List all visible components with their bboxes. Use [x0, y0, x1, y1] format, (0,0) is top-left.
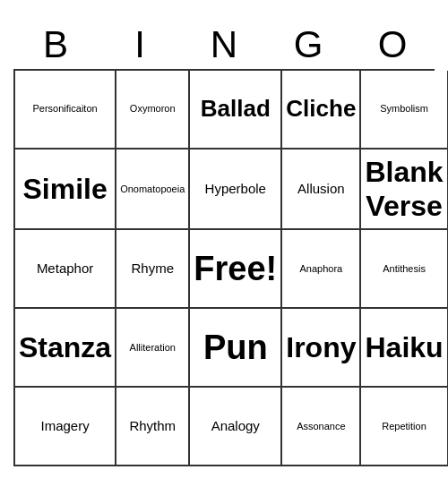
cell-0-1: Oxymoron [116, 71, 190, 150]
cell-text: Haiku [365, 330, 443, 364]
cell-text: Repetition [382, 421, 426, 432]
cell-1-3: Allusion [282, 150, 361, 231]
cell-1-0: Simile [15, 150, 116, 231]
header-letter: G [266, 21, 350, 69]
cell-text: Simile [22, 172, 107, 206]
cell-text: Rhythm [129, 418, 176, 434]
cell-2-1: Rhyme [116, 230, 190, 309]
cell-2-0: Metaphor [15, 230, 116, 309]
cell-3-0: Stanza [15, 309, 116, 388]
cell-text: Assonance [297, 421, 345, 432]
bingo-grid: PersonificaitonOxymoronBalladClicheSymbo… [13, 69, 435, 467]
cell-text: Pun [203, 328, 268, 369]
header-letter: N [182, 21, 266, 69]
cell-text: Stanza [19, 330, 111, 364]
cell-text: BlankVerse [365, 155, 443, 224]
cell-0-3: Cliche [282, 71, 361, 150]
cell-text: Free! [194, 249, 277, 290]
cell-text: Irony [286, 330, 356, 364]
cell-2-4: Antithesis [361, 230, 448, 309]
cell-text: Onomatopoeia [120, 184, 185, 195]
cell-text: Analogy [211, 418, 260, 434]
cell-text: Rhyme [131, 261, 174, 277]
cell-4-2: Analogy [190, 388, 282, 466]
cell-0-0: Personificaiton [15, 71, 116, 150]
cell-text: Metaphor [37, 261, 93, 277]
cell-1-4: BlankVerse [361, 150, 448, 231]
cell-text: Anaphora [299, 263, 342, 275]
cell-4-3: Assonance [282, 388, 361, 466]
cell-text: Imagery [40, 418, 89, 434]
cell-text: Allusion [297, 181, 345, 197]
cell-0-4: Symbolism [361, 71, 448, 150]
bingo-card: BINGO PersonificaitonOxymoronBalladClich… [13, 21, 435, 467]
cell-text: Symbolism [380, 103, 428, 115]
cell-text: Cliche [286, 95, 356, 123]
cell-3-4: Haiku [361, 309, 448, 388]
cell-text: Ballad [201, 95, 271, 123]
cell-text: Hyperbole [205, 181, 266, 197]
cell-1-1: Onomatopoeia [116, 150, 190, 231]
cell-2-3: Anaphora [282, 230, 361, 309]
cell-text: Alliteration [130, 342, 176, 354]
cell-1-2: Hyperbole [190, 150, 282, 231]
cell-3-2: Pun [190, 309, 282, 388]
cell-3-1: Alliteration [116, 309, 190, 388]
cell-text: Antithesis [383, 263, 426, 275]
cell-4-0: Imagery [15, 388, 116, 466]
bingo-header: BINGO [13, 21, 435, 69]
cell-3-3: Irony [282, 309, 361, 388]
cell-4-1: Rhythm [116, 388, 190, 466]
cell-text: Oxymoron [130, 103, 176, 115]
cell-2-2: Free! [190, 230, 282, 309]
cell-text: Personificaiton [32, 103, 97, 115]
cell-0-2: Ballad [190, 71, 282, 150]
header-letter: O [350, 21, 435, 69]
header-letter: B [13, 21, 98, 69]
cell-4-4: Repetition [361, 388, 448, 466]
header-letter: I [98, 21, 182, 69]
